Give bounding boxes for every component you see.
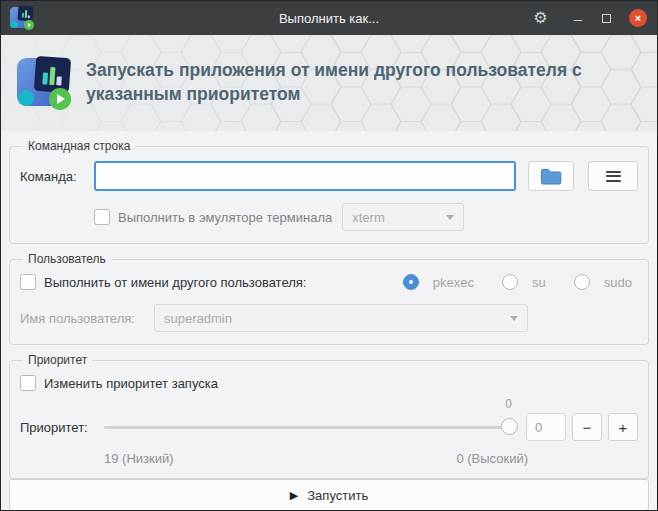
pkexec-radio-label: pkexec bbox=[433, 275, 474, 290]
maximize-icon bbox=[602, 14, 611, 23]
su-radio-label: su bbox=[532, 275, 546, 290]
username-select-value: superadmin bbox=[164, 311, 232, 326]
sudo-radio-label: sudo bbox=[604, 275, 632, 290]
terminal-select[interactable]: xterm bbox=[342, 203, 464, 231]
slider-value-label: 0 bbox=[104, 397, 520, 411]
slider-track[interactable] bbox=[104, 426, 518, 429]
titlebar[interactable]: Выполнить как... ⚙ – × bbox=[1, 1, 657, 35]
menu-button[interactable] bbox=[588, 161, 638, 191]
hamburger-icon bbox=[606, 168, 621, 184]
browse-folder-button[interactable] bbox=[528, 161, 574, 191]
terminal-checkbox[interactable] bbox=[94, 209, 110, 225]
header: Запускать приложения от имени другого по… bbox=[1, 35, 657, 131]
chevron-down-icon bbox=[446, 215, 454, 220]
priority-spin-value[interactable]: 0 bbox=[526, 413, 566, 441]
command-group-legend: Командная строка bbox=[23, 139, 135, 153]
run-button-label: Запустить bbox=[307, 488, 368, 503]
folder-icon bbox=[540, 168, 562, 185]
page-title: Запускать приложения от имени другого по… bbox=[86, 59, 616, 106]
radio-item-su[interactable]: su bbox=[502, 274, 546, 290]
priority-min-label: 19 (Низкий) bbox=[104, 451, 174, 466]
priority-group-legend: Приоритет bbox=[23, 353, 92, 367]
radio-item-sudo[interactable]: sudo bbox=[574, 274, 632, 290]
username-select[interactable]: superadmin bbox=[154, 304, 528, 332]
change-priority-checkbox[interactable] bbox=[20, 375, 36, 391]
slider-handle[interactable] bbox=[501, 418, 518, 435]
run-button[interactable]: ▶ Запустить bbox=[9, 479, 649, 511]
settings-gear-icon[interactable]: ⚙ bbox=[533, 10, 547, 26]
command-input[interactable] bbox=[94, 161, 516, 191]
maximize-button[interactable] bbox=[602, 14, 611, 23]
priority-max-label: 0 (Высокий) bbox=[456, 451, 528, 466]
content: Командная строка Команда: Выполнить в эм… bbox=[1, 131, 657, 511]
priority-group: Приоритет Изменить приоритет запуска 0 П… bbox=[9, 353, 649, 479]
command-label: Команда: bbox=[20, 169, 84, 184]
priority-label: Приоритет: bbox=[20, 420, 104, 435]
close-button[interactable]: × bbox=[629, 9, 647, 27]
username-label: Имя пользователя: bbox=[20, 311, 154, 326]
pkexec-radio[interactable] bbox=[403, 274, 419, 290]
close-icon: × bbox=[635, 13, 641, 24]
spin-minus-button[interactable]: − bbox=[572, 413, 602, 441]
priority-slider[interactable] bbox=[104, 418, 518, 436]
minimize-button[interactable]: – bbox=[574, 11, 582, 26]
user-group: Пользователь Выполнить от имени другого … bbox=[9, 252, 649, 345]
play-icon: ▶ bbox=[290, 489, 298, 502]
app-window: Выполнить как... ⚙ – × bbox=[0, 0, 658, 511]
change-priority-checkbox-label: Изменить приоритет запуска bbox=[44, 376, 218, 391]
app-logo bbox=[17, 56, 71, 110]
terminal-select-value: xterm bbox=[352, 210, 385, 225]
radio-item-pkexec[interactable]: pkexec bbox=[403, 274, 474, 290]
chevron-down-icon bbox=[510, 316, 518, 321]
spin-plus-button[interactable]: + bbox=[608, 413, 638, 441]
terminal-checkbox-label: Выполнить в эмуляторе терминала bbox=[118, 210, 332, 225]
sudo-radio[interactable] bbox=[574, 274, 590, 290]
user-group-legend: Пользователь bbox=[23, 252, 111, 266]
runas-checkbox-label: Выполнить от имени другого пользователя: bbox=[44, 275, 306, 290]
runas-checkbox[interactable] bbox=[20, 274, 36, 290]
auth-radio-group: pkexec su sudo bbox=[403, 274, 638, 290]
su-radio[interactable] bbox=[502, 274, 518, 290]
command-group: Командная строка Команда: Выполнить в эм… bbox=[9, 139, 649, 244]
